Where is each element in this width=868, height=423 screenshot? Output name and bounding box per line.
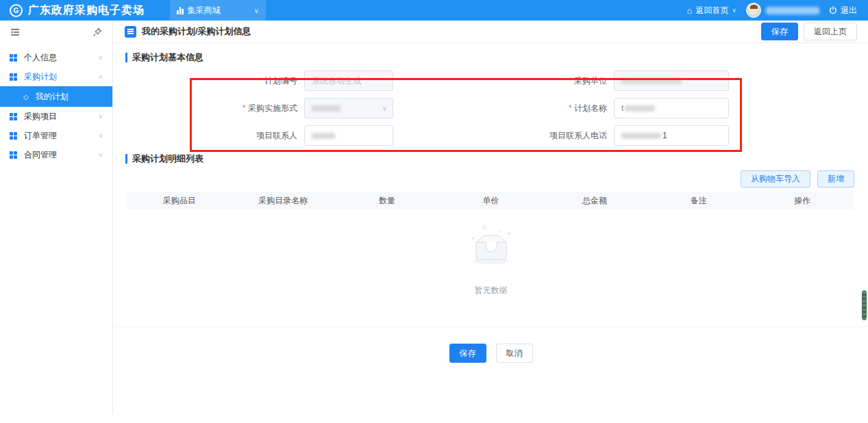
sidebar-item-label: 合同管理 [24, 149, 98, 161]
th-quantity: 数量 [335, 195, 439, 207]
empty-state: 暂无数据 [127, 209, 854, 303]
th-unit-price: 单价 [439, 195, 543, 207]
cancel-button[interactable]: 取消 [496, 344, 533, 363]
th-remark: 备注 [647, 195, 751, 207]
bar-chart-icon [177, 7, 184, 14]
impl-form-value-redacted [312, 105, 340, 112]
import-from-cart-button[interactable]: 从购物车导入 [741, 170, 810, 188]
empty-box-icon [464, 222, 519, 270]
sidebar-item-label: 采购计划 [24, 71, 98, 83]
th-operation: 操作 [750, 195, 854, 207]
content: 采购计划基本信息 计划编号 采购单位 [114, 51, 868, 363]
nav-mall-label: 集采商城 [188, 5, 221, 16]
logout-button[interactable]: 退出 [829, 5, 857, 16]
grid-icon [10, 151, 17, 159]
section-bar [125, 154, 127, 164]
diamond-icon: ◇ [23, 93, 29, 101]
chevron-down-icon: ∨ [98, 113, 103, 120]
sidebar-toolbar [0, 21, 112, 44]
back-home-link[interactable]: ⌂ 返回首页 ∨ [687, 5, 736, 16]
back-button[interactable]: 返回上页 [804, 23, 857, 40]
section-title-basic-info: 采购计划基本信息 [114, 51, 854, 64]
brand-title: 广东政府采购电子卖场 [28, 3, 145, 18]
nav-mall-menu[interactable]: 集采商城 ∨ [170, 0, 266, 21]
brand-logo-icon: G [10, 4, 23, 17]
save-button-top[interactable]: 保存 [761, 23, 798, 40]
plan-name-value-redacted [625, 105, 655, 112]
sidebar-item-label: 订单管理 [24, 130, 98, 142]
main-panel: 我的采购计划/采购计划信息 保存 返回上页 采购计划基本信息 计划编号 [114, 21, 868, 423]
plan-no-input [312, 76, 386, 86]
collapse-menu-icon[interactable] [10, 27, 21, 38]
back-home-label: 返回首页 [695, 5, 728, 16]
sidebar-menu: 个人信息 ∨ 采购计划 ∧ ◇ 我的计划 采购项目 ∨ 订单管理 ∨ [0, 44, 112, 164]
sidebar-item-procurement-project[interactable]: 采购项目 ∨ [0, 107, 112, 126]
screen-capture-indicator[interactable] [862, 290, 867, 320]
contact-field[interactable] [304, 125, 393, 146]
document-icon [125, 26, 136, 38]
plan-name-visible-char: t [621, 103, 623, 113]
sidebar-item-label: 采购项目 [24, 111, 98, 123]
detail-table-header: 采购品目 采购目录名称 数量 单价 总金额 备注 操作 [127, 192, 854, 209]
pin-icon[interactable] [92, 27, 103, 38]
page: G 广东政府采购电子卖场 集采商城 ∨ ⌂ 返回首页 ∨ 退 [0, 0, 868, 423]
purchase-unit-field [614, 70, 729, 91]
user-box[interactable] [746, 3, 819, 18]
section-title-detail-list: 采购计划明细列表 [114, 153, 854, 165]
contact-phone-visible-suffix: 1 [662, 131, 667, 140]
impl-form-select[interactable]: ∨ [304, 98, 393, 118]
contact-phone-label: 项目联系人电话 [491, 130, 614, 142]
grid-icon [10, 54, 17, 62]
brand: G 广东政府采购电子卖场 [0, 3, 164, 18]
chevron-down-icon: ∨ [98, 54, 103, 61]
contact-value-redacted [312, 133, 335, 139]
sidebar-item-label: 个人信息 [24, 52, 98, 64]
username-redacted [766, 7, 819, 14]
th-total-amount: 总金额 [543, 195, 647, 207]
contact-phone-field[interactable]: 1 [614, 125, 729, 146]
chevron-down-icon: ∨ [98, 132, 103, 139]
plan-name-label: 计划名称 [491, 103, 614, 114]
chevron-down-icon: ∨ [98, 151, 103, 158]
grid-icon [10, 113, 17, 120]
chevron-up-icon: ∧ [98, 73, 103, 80]
page-title: 我的采购计划/采购计划信息 [142, 25, 251, 38]
chevron-down-icon: ∨ [732, 7, 736, 14]
top-header: G 广东政府采购电子卖场 集采商城 ∨ ⌂ 返回首页 ∨ 退 [0, 0, 868, 21]
chevron-down-icon: ∨ [254, 7, 259, 14]
grid-icon [10, 73, 17, 81]
plan-basic-form: 计划编号 采购单位 采购实施形式 [127, 70, 854, 146]
contact-label: 项目联系人 [127, 130, 304, 142]
logout-label: 退出 [841, 5, 857, 16]
sidebar: 个人信息 ∨ 采购计划 ∧ ◇ 我的计划 采购项目 ∨ 订单管理 ∨ [0, 21, 113, 414]
sidebar-item-my-plan-selected[interactable]: ◇ 我的计划 [0, 86, 112, 107]
home-icon: ⌂ [687, 6, 693, 15]
contact-phone-value-redacted [621, 133, 661, 139]
section-bar [125, 53, 127, 62]
save-button-bottom[interactable]: 保存 [449, 344, 486, 363]
header-right: ⌂ 返回首页 ∨ 退出 [687, 3, 868, 18]
purchase-unit-label: 采购单位 [491, 75, 614, 87]
grid-icon [10, 132, 17, 140]
divider [114, 326, 868, 327]
add-row-button[interactable]: 新增 [817, 170, 854, 188]
th-catalog-name: 采购目录名称 [232, 195, 336, 207]
sidebar-item-order-management[interactable]: 订单管理 ∨ [0, 126, 112, 145]
sidebar-item-personal-info[interactable]: 个人信息 ∨ [0, 48, 112, 67]
empty-text: 暂无数据 [475, 285, 508, 296]
chevron-down-icon: ∨ [382, 105, 387, 112]
plan-no-field [304, 70, 393, 91]
detail-actions: 从购物车导入 新增 [127, 170, 854, 188]
plan-name-field[interactable]: t [614, 98, 729, 118]
sidebar-item-procurement-plan[interactable]: 采购计划 ∧ [0, 67, 112, 86]
footer-buttons: 保存 取消 [127, 344, 854, 363]
avatar [746, 3, 761, 18]
sidebar-subitem-label: 我的计划 [36, 91, 69, 103]
power-icon [829, 6, 837, 14]
page-titlebar: 我的采购计划/采购计划信息 保存 返回上页 [114, 21, 868, 43]
th-procurement-item: 采购品目 [127, 195, 232, 207]
purchase-unit-value-redacted [621, 78, 682, 84]
impl-form-label: 采购实施形式 [127, 103, 304, 114]
sidebar-item-contract-management[interactable]: 合同管理 ∨ [0, 145, 112, 164]
plan-no-label: 计划编号 [127, 75, 304, 87]
